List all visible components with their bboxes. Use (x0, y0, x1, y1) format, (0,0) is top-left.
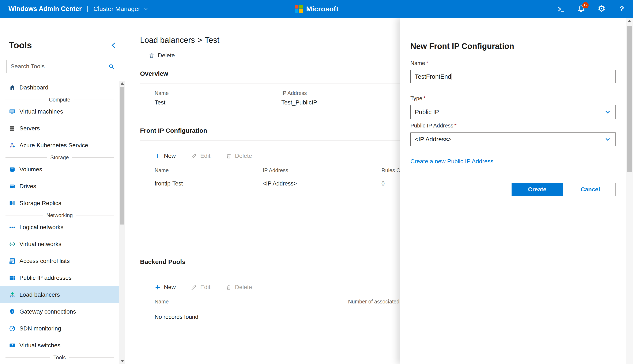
panel-title: New Front IP Configuration (410, 41, 616, 51)
backend-pools-column-name[interactable]: Name (155, 298, 348, 308)
sidebar-item-load-balancers[interactable]: Load balancers (0, 286, 119, 303)
pencil-icon (191, 284, 197, 290)
delete-load-balancer-button[interactable]: Delete (148, 52, 175, 59)
search-icon[interactable] (108, 64, 115, 70)
trash-icon (148, 52, 155, 59)
gateway-connections-icon (9, 308, 16, 315)
storage-replica-icon (9, 200, 16, 206)
front-ip-column-ip-address[interactable]: IP Address (263, 167, 382, 177)
sidebar-item-access-control-lists[interactable]: Access control lists (0, 252, 119, 270)
sidebar-item-servers[interactable]: Servers (0, 120, 119, 137)
backend-pools-edit-button[interactable]: Edit (191, 284, 210, 290)
chevron-down-icon (604, 136, 611, 143)
backend-pools-delete-button[interactable]: Delete (226, 284, 252, 290)
public-ip-label: Public IP Address* (410, 122, 616, 129)
sidebar-item-drives[interactable]: Drives (0, 178, 119, 195)
sidebar-scrollbar-thumb[interactable] (120, 87, 124, 224)
page-scrollbar[interactable] (625, 18, 633, 364)
search-input[interactable] (10, 63, 106, 70)
breadcrumb-parent[interactable]: Load balancers (140, 36, 195, 45)
front-ip-new-button[interactable]: New (155, 152, 176, 159)
drives-icon (9, 183, 16, 190)
plus-icon (155, 284, 161, 290)
cancel-button[interactable]: Cancel (565, 183, 616, 196)
settings-button[interactable]: ⚙ (597, 4, 606, 14)
front-ip-edit-button[interactable]: Edit (191, 152, 210, 159)
sidebar-item-virtual-machines[interactable]: Virtual machines (0, 103, 119, 120)
name-label: Name* (410, 60, 616, 66)
sidebar-section-tools: Tools (0, 354, 119, 361)
collapse-sidebar-button[interactable] (110, 41, 118, 50)
solution-title: Cluster Manager (93, 5, 140, 12)
sidebar-item-virtual-switches[interactable]: Virtual switches (0, 337, 119, 354)
page-scroll-up-arrow[interactable] (628, 20, 631, 22)
sidebar-item-logical-networks[interactable]: Logical networks (0, 219, 119, 236)
gear-icon: ⚙ (597, 4, 605, 13)
required-marker: * (423, 95, 425, 102)
chevron-down-icon (604, 108, 611, 116)
front-ip-column-name[interactable]: Name (155, 167, 263, 177)
title-separator: | (87, 5, 88, 12)
notification-badge: 12 (582, 2, 589, 8)
microsoft-wordmark: Microsoft (306, 5, 339, 13)
sidebar-item-gateway-connections[interactable]: Gateway connections (0, 303, 119, 320)
tools-sidebar: Tools Dashboard Compute Virtual machines… (0, 18, 125, 364)
sdn-monitoring-icon (9, 325, 16, 332)
public-ip-icon (9, 274, 16, 281)
virtual-machines-icon (9, 108, 16, 115)
microsoft-logo-squares (295, 5, 303, 13)
sidebar-item-public-ip-addresses[interactable]: Public IP addresses (0, 270, 119, 286)
pencil-icon (191, 153, 197, 159)
sidebar-item-dashboard[interactable]: Dashboard (0, 79, 119, 96)
breadcrumb-separator: > (197, 36, 202, 45)
required-marker: * (426, 60, 428, 66)
type-select[interactable]: Public IP (410, 105, 616, 119)
sidebar-section-storage: Storage (0, 154, 119, 161)
trash-icon (226, 284, 232, 290)
solution-switcher[interactable]: Cluster Manager (93, 5, 149, 12)
microsoft-logo: Microsoft (295, 5, 339, 13)
top-bar-actions: 12 ⚙ ? (556, 4, 633, 14)
sidebar-item-volumes[interactable]: Volumes (0, 161, 119, 178)
top-bar: Windows Admin Center | Cluster Manager M… (0, 0, 633, 18)
front-ip-delete-button[interactable]: Delete (226, 152, 252, 159)
sidebar-item-virtual-networks[interactable]: Virtual networks (0, 236, 119, 252)
logo-square-green (299, 5, 303, 9)
sidebar-section-networking: Networking (0, 212, 119, 219)
logo-square-red (295, 5, 298, 9)
create-button[interactable]: Create (512, 183, 563, 196)
sidebar-item-azure-kubernetes-service[interactable]: Azure Kubernetes Service (0, 137, 119, 154)
chevron-down-icon (143, 6, 149, 12)
sidebar-item-sdn-monitoring[interactable]: SDN monitoring (0, 320, 119, 337)
powershell-button[interactable] (556, 4, 566, 14)
public-ip-select[interactable]: <IP Address> (410, 132, 616, 146)
app-title[interactable]: Windows Admin Center (9, 5, 82, 13)
load-balancers-icon (9, 292, 16, 298)
kubernetes-icon (9, 142, 16, 149)
type-label: Type* (410, 95, 616, 102)
page-scrollbar-thumb[interactable] (627, 26, 632, 172)
sidebar-item-storage-replica[interactable]: Storage Replica (0, 195, 119, 212)
sidebar-scrollbar[interactable] (119, 80, 125, 364)
help-button[interactable]: ? (617, 4, 627, 14)
logo-square-yellow (299, 9, 303, 13)
virtual-networks-icon (9, 241, 16, 248)
access-control-lists-icon (9, 258, 16, 264)
help-icon: ? (619, 5, 624, 13)
name-input[interactable]: TestFrontEnd (410, 70, 616, 83)
new-front-ip-panel: New Front IP Configuration Name* TestFro… (400, 18, 625, 364)
panel-actions: Create Cancel (410, 183, 616, 196)
sidebar-scroll-down-arrow[interactable] (121, 360, 124, 362)
sidebar-section-compute: Compute (0, 96, 119, 103)
type-select-value: Public IP (415, 109, 439, 116)
notifications-button[interactable]: 12 (576, 4, 586, 14)
name-input-value: TestFrontEnd (415, 73, 451, 80)
overview-field-ip-address: IP Address Test_PublicIP (281, 90, 408, 106)
powershell-icon (557, 5, 565, 13)
public-ip-select-value: <IP Address> (415, 136, 452, 143)
sidebar-scroll-up-arrow[interactable] (121, 82, 124, 84)
logical-networks-icon (9, 224, 16, 231)
overview-field-name: Name Test (155, 90, 281, 106)
backend-pools-new-button[interactable]: New (155, 284, 176, 290)
create-public-ip-link[interactable]: Create a new Public IP Address (410, 158, 493, 165)
